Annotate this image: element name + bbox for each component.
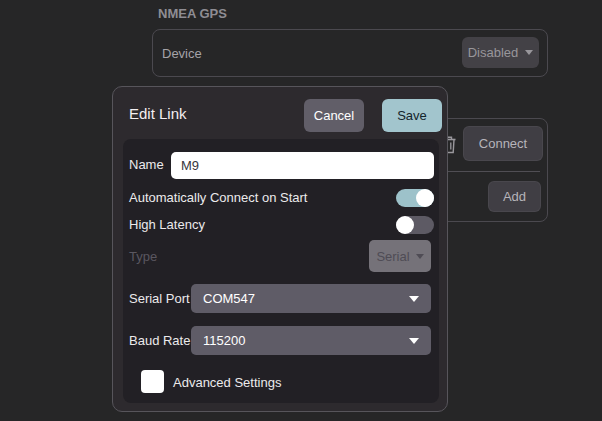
save-button[interactable]: Save	[382, 99, 442, 132]
auto-connect-toggle[interactable]	[396, 189, 434, 207]
chevron-down-icon	[409, 338, 419, 344]
chevron-down-icon	[409, 296, 419, 302]
chevron-down-icon	[525, 50, 533, 55]
advanced-settings-label: Advanced Settings	[173, 375, 281, 390]
high-latency-toggle[interactable]	[396, 216, 434, 234]
baud-rate-dropdown-value: 115200	[203, 333, 245, 348]
chevron-down-icon	[416, 254, 424, 259]
edit-link-dialog: Edit Link Cancel Save Name Automatically…	[112, 86, 448, 412]
connect-button[interactable]: Connect	[463, 126, 543, 161]
serial-port-dropdown[interactable]: COM547	[191, 284, 431, 313]
nmea-gps-section-title: NMEA GPS	[158, 6, 227, 21]
baud-rate-label: Baud Rate	[129, 333, 190, 348]
type-label: Type	[129, 249, 157, 264]
toggle-knob	[416, 189, 434, 207]
type-dropdown: Serial	[369, 240, 431, 272]
type-dropdown-value: Serial	[376, 249, 409, 264]
name-label: Name	[129, 157, 164, 172]
device-dropdown[interactable]: Disabled	[462, 37, 539, 68]
device-label: Device	[162, 30, 202, 76]
dialog-title: Edit Link	[129, 87, 187, 139]
advanced-settings-checkbox[interactable]	[141, 370, 164, 393]
toggle-knob	[396, 216, 414, 234]
serial-port-dropdown-value: COM547	[203, 291, 255, 306]
name-input[interactable]	[171, 152, 434, 179]
add-link-button[interactable]: Add	[488, 181, 541, 212]
auto-connect-label: Automatically Connect on Start	[129, 190, 307, 205]
high-latency-label: High Latency	[129, 217, 205, 232]
serial-port-label: Serial Port	[129, 291, 190, 306]
baud-rate-dropdown[interactable]: 115200	[191, 326, 431, 355]
dialog-form-panel: Name Automatically Connect on Start High…	[123, 139, 439, 403]
device-dropdown-value: Disabled	[468, 45, 519, 60]
cancel-button[interactable]: Cancel	[304, 99, 364, 132]
